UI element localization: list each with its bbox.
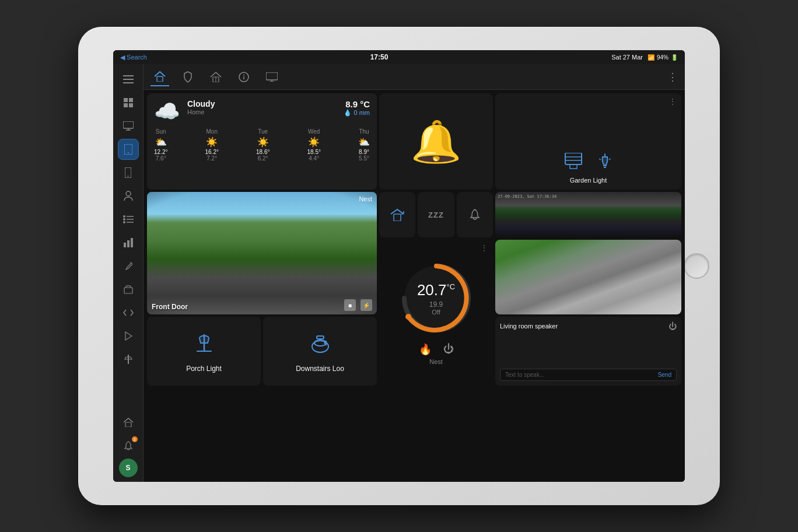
notification-badge: 3 [132, 436, 138, 442]
nest-label: Nest [429, 358, 443, 365]
search-back-button[interactable]: ◀ Search [120, 54, 147, 61]
battery-pct: 94% [657, 54, 668, 61]
porch-light-icon [191, 330, 217, 361]
speaker-tts-input[interactable]: Text to speak... Send [500, 369, 677, 381]
speaker-label: Living room speaker [500, 323, 558, 330]
mode-alert-tile[interactable] [457, 192, 493, 237]
sidebar: 3 S [113, 64, 144, 482]
sidebar-item-code[interactable] [118, 302, 139, 323]
bell-large-icon: 🔔 [411, 118, 461, 166]
mode-sleep-tile[interactable]: ZZZ [418, 192, 454, 237]
garage-camera-timestamp: 27-09-2023, Sat 17:36:34 [498, 194, 556, 199]
bell-widget-tile[interactable]: 🔔 [379, 93, 493, 190]
sidebar-item-tablet[interactable] [118, 139, 139, 160]
downstairs-loo-icon [307, 330, 333, 361]
ipad-screen: ◀ Search 17:50 Sat 27 Mar 📶 94% 🔋 [113, 50, 685, 482]
garden-light-icon[interactable] [597, 153, 613, 173]
mode-tiles-row: ZZZ [379, 192, 493, 237]
sidebar-item-play[interactable] [118, 326, 139, 346]
camera-front-door-tile[interactable]: Nest Front Door ■ ⚡ [147, 192, 377, 314]
sidebar-item-grid[interactable] [118, 92, 139, 113]
nest-more-options[interactable]: ⋮ [480, 243, 488, 253]
camera-driveway-tile[interactable] [495, 240, 681, 314]
svg-rect-34 [266, 72, 278, 80]
svg-rect-5 [124, 103, 128, 107]
weather-condition: Cloudy [187, 99, 337, 108]
weather-current: ☁️ Cloudy Home 8.9 °C 💧 0 mm [154, 99, 370, 124]
battery-icon: 🔋 [671, 54, 678, 61]
camera-flash-btn[interactable]: ⚡ [360, 299, 372, 311]
garage-tile-more[interactable]: ⋮ [668, 97, 677, 106]
nest-thermostat-tile[interactable]: ⋮ [379, 240, 493, 386]
dashboard: ☁️ Cloudy Home 8.9 °C 💧 0 mm [144, 90, 685, 482]
svg-point-11 [128, 152, 129, 153]
svg-marker-25 [125, 332, 132, 340]
nest-heat-icon[interactable]: 🔥 [419, 343, 432, 356]
nav-security[interactable] [178, 68, 197, 86]
nest-temp-display: 20.7°C 19.9 Off [417, 281, 455, 316]
nav-more-options[interactable]: ⋮ [667, 71, 678, 83]
camera-controls[interactable]: ■ ⚡ [344, 299, 372, 311]
svg-rect-28 [157, 76, 163, 82]
sidebar-item-list[interactable] [118, 209, 139, 230]
nav-info[interactable] [235, 68, 253, 86]
svg-point-45 [405, 314, 411, 320]
sidebar-item-shop[interactable] [118, 279, 139, 300]
forecast-mon: Mon ☀️ 16.2° 7.2° [205, 128, 219, 162]
svg-point-17 [123, 218, 125, 220]
forecast-thu: Thu ⛅ 8.9° 5.5° [358, 128, 370, 162]
camera-stop-btn[interactable]: ■ [344, 299, 356, 311]
svg-point-13 [128, 176, 129, 177]
sidebar-hamburger[interactable] [118, 69, 139, 90]
nav-display[interactable] [262, 68, 281, 86]
svg-point-19 [123, 221, 125, 223]
garage-door-icon[interactable] [564, 153, 583, 173]
camera-nest-label: Nest [359, 195, 372, 202]
top-nav: ⋮ [144, 64, 685, 90]
mode-away-tile[interactable] [379, 192, 415, 237]
sidebar-item-home2[interactable] [118, 412, 139, 433]
speaker-header: Living room speaker ⏻ [500, 321, 677, 331]
garage-light-tile[interactable]: ⋮ [495, 93, 681, 190]
speaker-send-button[interactable]: Send [658, 372, 671, 378]
weather-icon: ☁️ [154, 99, 180, 124]
nest-ring: 20.7°C 19.9 Off [398, 260, 474, 336]
garden-light-label: Garden Light [570, 177, 607, 184]
sidebar-item-monitor[interactable] [118, 116, 139, 136]
weather-location: Home [187, 108, 337, 116]
sidebar-item-person[interactable] [118, 186, 139, 206]
battery-indicator: 📶 94% 🔋 [648, 54, 678, 61]
sidebar-bell[interactable]: 3 [118, 435, 139, 456]
home-button[interactable] [684, 253, 709, 279]
svg-rect-6 [129, 103, 133, 107]
ipad-shell: ◀ Search 17:50 Sat 27 Mar 📶 94% 🔋 [78, 27, 720, 505]
forecast-tue: Tue ☀️ 18.6° 6.2° [256, 128, 270, 162]
svg-rect-43 [394, 214, 401, 221]
svg-rect-27 [125, 422, 131, 427]
svg-rect-37 [565, 153, 582, 164]
svg-rect-24 [124, 288, 132, 293]
nest-setpoint: 19.9 [417, 300, 455, 309]
forecast-sun: Sun ⛅ 12.2° 7.6° [154, 128, 167, 162]
camera-garage-tile[interactable]: 27-09-2023, Sat 17:36:34 [495, 192, 681, 237]
svg-rect-23 [131, 238, 133, 247]
speaker-power-icon[interactable]: ⏻ [668, 321, 677, 331]
speaker-tile[interactable]: Living room speaker ⏻ Text to speak... S… [495, 317, 681, 386]
sidebar-item-chart[interactable] [118, 232, 139, 253]
svg-rect-21 [124, 243, 126, 247]
front-door-camera-label: Front Door [152, 303, 188, 311]
nav-home[interactable] [150, 68, 169, 86]
sidebar-item-phone[interactable] [118, 162, 139, 183]
svg-rect-4 [129, 98, 133, 102]
svg-rect-0 [123, 75, 134, 76]
weather-forecast: Sun ⛅ 12.2° 7.6° Mon ☀️ 16.2° 7.2° [154, 128, 370, 162]
svg-rect-2 [123, 82, 134, 83]
weather-temp-value: 8.9 °C [344, 99, 370, 109]
nav-house[interactable] [206, 68, 225, 86]
user-avatar[interactable]: S [119, 459, 138, 477]
porch-light-tile[interactable]: Porch Light [147, 317, 261, 386]
sidebar-item-wrench[interactable] [118, 256, 139, 276]
nest-power-icon[interactable]: ⏻ [443, 343, 454, 356]
downstairs-loo-tile[interactable]: Downstairs Loo [263, 317, 377, 386]
sidebar-item-tools[interactable] [118, 349, 139, 370]
